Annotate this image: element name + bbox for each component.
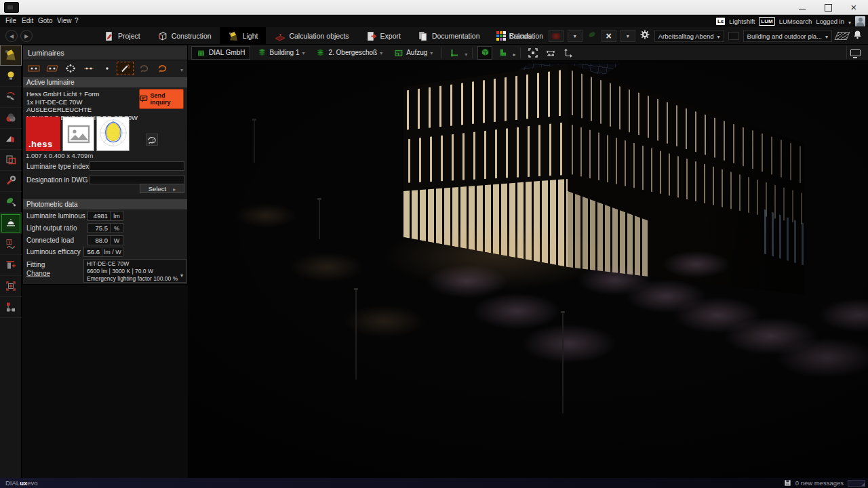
type-index-input[interactable] bbox=[90, 161, 184, 171]
maximize-button[interactable] bbox=[816, 0, 840, 14]
tab-light[interactable]: Light bbox=[220, 27, 267, 45]
tab-export[interactable]: Export bbox=[357, 27, 409, 45]
brand-logo-thumbnail[interactable]: .hess bbox=[26, 117, 60, 151]
project-icon bbox=[103, 30, 115, 42]
view-plan-button[interactable] bbox=[495, 46, 510, 60]
tab-project[interactable]: Project bbox=[95, 27, 149, 45]
settings-gear-icon[interactable] bbox=[639, 29, 650, 43]
select-button[interactable]: Select bbox=[140, 184, 184, 193]
floor-caret-icon bbox=[380, 49, 382, 56]
bulb-icon bbox=[5, 70, 17, 82]
display-options-button[interactable] bbox=[846, 46, 864, 59]
single-arrangement-button[interactable] bbox=[25, 62, 42, 75]
fitting-line3: Emergency lighting factor 100.00 % bbox=[87, 275, 176, 283]
sidebar-item-light-distribution[interactable] bbox=[0, 129, 22, 150]
view-3d-button[interactable] bbox=[477, 46, 492, 60]
single-dot-icon bbox=[101, 64, 113, 73]
lor-value[interactable]: 75.5 bbox=[87, 223, 111, 233]
joint-arm-icon bbox=[5, 91, 17, 103]
area-arrangement-button[interactable] bbox=[43, 62, 60, 75]
view-select[interactable]: Building and outdoor pla... bbox=[743, 30, 832, 42]
ramp-hatch-icon[interactable] bbox=[835, 32, 850, 40]
load-value[interactable]: 88.0 bbox=[87, 235, 111, 245]
site-button[interactable]: DIAL GmbH bbox=[191, 46, 250, 60]
rotate-disabled-button[interactable] bbox=[135, 62, 152, 75]
sidebar-item-column[interactable] bbox=[0, 255, 22, 276]
calculation-options-dropdown[interactable] bbox=[620, 30, 635, 42]
sidebar-item-daylight[interactable] bbox=[0, 213, 22, 234]
flux-value[interactable]: 4981 bbox=[87, 211, 111, 221]
arrangement-more-dropdown[interactable] bbox=[180, 62, 183, 75]
room-select[interactable]: Aufzug bbox=[389, 46, 437, 60]
cancel-calculation-button[interactable]: × bbox=[601, 30, 616, 42]
fitting-caret-icon[interactable] bbox=[180, 268, 183, 280]
forward-button[interactable]: ▶ bbox=[20, 30, 33, 42]
luminaires-panel: Luminaires bbox=[22, 45, 188, 285]
calculation-output-icon[interactable] bbox=[549, 30, 564, 42]
fitting-line1: HIT-DE-CE 70W bbox=[87, 260, 176, 268]
coordinate-axes-button[interactable] bbox=[447, 46, 462, 60]
close-button[interactable] bbox=[842, 0, 865, 14]
photometric-diagram-thumbnail[interactable] bbox=[96, 117, 130, 151]
zoom-fit-button[interactable] bbox=[526, 46, 540, 60]
logged-in-menu[interactable]: Logged in bbox=[816, 18, 844, 25]
circle-arrangement-button[interactable] bbox=[62, 62, 79, 75]
sidebar-item-organisation[interactable] bbox=[0, 297, 22, 318]
sidebar-item-tools[interactable] bbox=[0, 171, 22, 192]
sidebar-item-lamps[interactable] bbox=[0, 66, 22, 87]
sidebar-item-joints[interactable] bbox=[0, 87, 22, 108]
tab-label: Export bbox=[380, 32, 401, 40]
minimize-button[interactable] bbox=[791, 0, 814, 14]
load-unit: W bbox=[111, 235, 123, 245]
plan-caret-icon[interactable] bbox=[513, 47, 515, 59]
measure-height-button[interactable] bbox=[561, 46, 576, 60]
wand-tool-button[interactable] bbox=[117, 62, 134, 75]
lightshift-icon: Ls bbox=[716, 18, 725, 25]
fitting-select[interactable]: HIT-DE-CE 70W 6600 lm | 3000 K | 70.0 W … bbox=[83, 259, 186, 283]
logged-in-caret-icon[interactable] bbox=[848, 15, 851, 27]
user-avatar[interactable] bbox=[855, 16, 865, 26]
photo-thumbnail[interactable] bbox=[62, 117, 94, 151]
frames-icon bbox=[5, 154, 17, 166]
measure-distance-button[interactable] bbox=[543, 46, 558, 60]
tab-calculation-objects[interactable]: Calculation objects bbox=[266, 27, 357, 45]
tab-construction[interactable]: Construction bbox=[149, 27, 220, 45]
menu-help[interactable]: ? bbox=[71, 15, 83, 27]
building-select[interactable]: Building 1 bbox=[253, 46, 309, 60]
tab-documentation[interactable]: Documentation bbox=[409, 27, 488, 45]
back-button[interactable]: ◀ bbox=[5, 30, 18, 42]
line-arrangement-button[interactable] bbox=[80, 62, 97, 75]
dwg-input[interactable] bbox=[90, 175, 184, 184]
lightshift-link[interactable]: Lightshift bbox=[729, 18, 755, 25]
axes-caret-icon[interactable] bbox=[465, 47, 467, 59]
tab-label: Project bbox=[118, 32, 140, 40]
progress-box bbox=[848, 480, 865, 487]
night-scene bbox=[188, 61, 868, 478]
notifications-bell-icon[interactable] bbox=[852, 29, 863, 43]
send-inquiry-button[interactable]: Send inquiry bbox=[139, 89, 184, 109]
spotlight-icon bbox=[4, 48, 18, 62]
rotate-button[interactable] bbox=[153, 62, 170, 75]
swap-luminaire-button[interactable] bbox=[146, 134, 158, 146]
sidebar-item-surfaces[interactable] bbox=[0, 150, 22, 171]
single-luminaire-button[interactable] bbox=[98, 62, 115, 75]
sidebar-item-colours[interactable] bbox=[0, 108, 22, 129]
site-icon bbox=[196, 48, 206, 58]
scene-preview-icon[interactable] bbox=[728, 32, 739, 40]
lumsearch-link[interactable]: LUMsearch bbox=[779, 18, 812, 25]
render-viewport[interactable] bbox=[188, 61, 868, 478]
calculation-dropdown[interactable] bbox=[568, 30, 583, 42]
sidebar-item-luminaires[interactable] bbox=[0, 45, 22, 66]
sidebar-item-text[interactable]: T bbox=[0, 234, 22, 255]
sidebar-item-calculation-frame[interactable] bbox=[0, 276, 22, 297]
sidebar-item-energy[interactable] bbox=[0, 192, 22, 213]
vignette-overlay bbox=[188, 61, 868, 478]
floor-select[interactable]: 2. Obergeschoß bbox=[311, 46, 387, 60]
floor-layers-icon bbox=[315, 47, 326, 58]
messages-status[interactable]: 0 new messages bbox=[795, 479, 844, 487]
efficacy-label: Luminous efficacy bbox=[26, 248, 81, 256]
brands-icon bbox=[496, 31, 506, 41]
svg-text:T: T bbox=[8, 239, 12, 245]
change-link[interactable]: Change bbox=[26, 270, 50, 277]
light-scene-select[interactable]: Arbeitsalltag Abend bbox=[654, 30, 724, 42]
